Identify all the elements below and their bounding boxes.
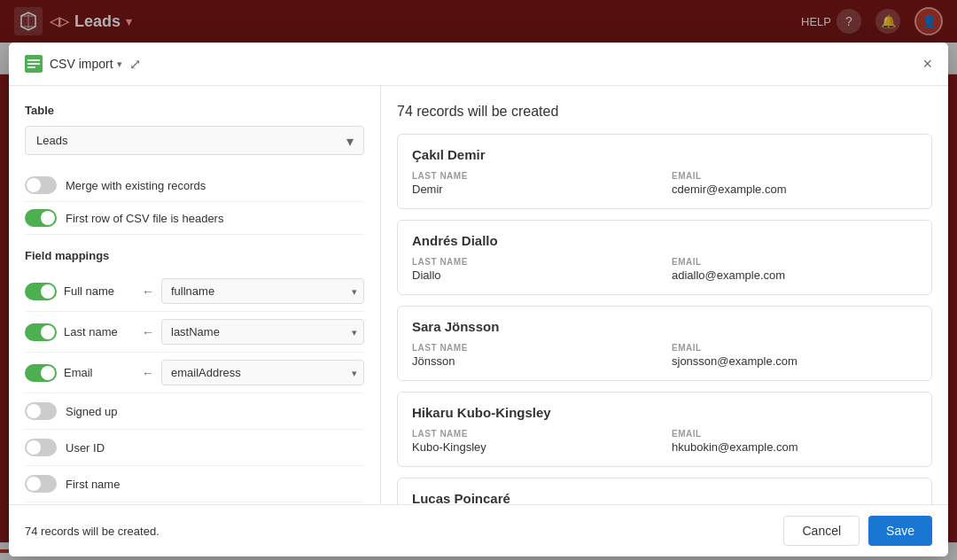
signedup-toggle[interactable]	[25, 402, 57, 420]
fullname-csv-select-wrapper: fullname	[161, 278, 364, 304]
footer-buttons: Cancel Save	[783, 516, 932, 546]
record-lastname-label-3: LAST NAME	[412, 429, 657, 439]
record-card-2[interactable]: Sara Jönsson LAST NAME Jönsson EMAIL sjo…	[397, 306, 932, 381]
lastname-arrow-icon: ←	[142, 325, 154, 339]
userid-toggle[interactable]	[25, 439, 57, 456]
signedup-label: Signed up	[66, 405, 118, 418]
record-email-label-3: EMAIL	[672, 429, 917, 439]
record-lastname-col-2: LAST NAME Jönsson	[412, 343, 657, 368]
modal-title-chevron: ▾	[117, 58, 122, 70]
record-email-value-0: cdemir@example.com	[672, 183, 917, 196]
mapping-row-email: Email ← emailAddress	[25, 353, 364, 393]
email-arrow-icon: ←	[142, 366, 154, 380]
record-name-2: Sara Jönsson	[412, 319, 917, 334]
fullname-csv-select[interactable]: fullname	[161, 278, 364, 304]
modal-title[interactable]: CSV import ▾	[50, 57, 122, 71]
modal-backdrop: CSV import ▾ ⤢ × Table Leads Contacts Ac…	[0, 0, 957, 560]
left-panel: Table Leads Contacts Accounts Merge with…	[9, 86, 381, 504]
record-lastname-value-0: Demir	[412, 183, 657, 196]
record-email-col-2: EMAIL sjonsson@example.com	[672, 343, 917, 368]
userid-row: User ID	[25, 430, 364, 466]
record-email-value-3: hkubokin@example.com	[672, 440, 917, 454]
fullname-field-label: Full name	[64, 284, 135, 298]
lastname-csv-select[interactable]: lastName	[161, 319, 364, 345]
table-dropdown-wrapper: Leads Contacts Accounts	[25, 126, 364, 155]
fullname-arrow-icon: ←	[142, 284, 154, 299]
modal-close-button[interactable]: ×	[922, 56, 932, 72]
record-lastname-label-0: LAST NAME	[412, 171, 657, 181]
record-email-value-1: adiallo@example.com	[672, 268, 917, 282]
record-card-1[interactable]: Andrés Diallo LAST NAME Diallo EMAIL adi…	[397, 220, 932, 295]
table-select[interactable]: Leads Contacts Accounts	[25, 126, 364, 155]
record-name-3: Hikaru Kubo-Kingsley	[412, 405, 917, 420]
first-row-toggle-row: First row of CSV file is headers	[25, 202, 364, 235]
merge-toggle[interactable]	[25, 176, 57, 194]
svg-rect-3	[27, 63, 40, 65]
record-lastname-col-3: LAST NAME Kubo-Kingsley	[412, 429, 657, 454]
mapping-row-lastname: Last name ← lastName	[25, 312, 364, 353]
csv-import-modal: CSV import ▾ ⤢ × Table Leads Contacts Ac…	[9, 43, 948, 556]
record-email-label-1: EMAIL	[672, 257, 917, 267]
mapping-row-fullname: Full name ← fullname	[25, 271, 364, 312]
firstname-toggle[interactable]	[25, 475, 57, 493]
lastname-toggle[interactable]	[25, 323, 57, 341]
record-name-1: Andrés Diallo	[412, 233, 917, 248]
signedup-row: Signed up	[25, 393, 364, 430]
record-email-col-0: EMAIL cdemir@example.com	[672, 171, 917, 196]
first-row-toggle-label: First row of CSV file is headers	[66, 212, 223, 225]
modal-header: CSV import ▾ ⤢ ×	[9, 43, 948, 86]
record-card-3[interactable]: Hikaru Kubo-Kingsley LAST NAME Kubo-King…	[397, 392, 932, 467]
right-panel: 74 records will be created Çakıl Demir L…	[381, 86, 948, 504]
footer-status-text: 74 records will be created.	[25, 525, 160, 538]
record-lastname-col-0: LAST NAME Demir	[412, 171, 657, 196]
record-email-label-2: EMAIL	[672, 343, 917, 353]
record-fields-3: LAST NAME Kubo-Kingsley EMAIL hkubokin@e…	[412, 429, 917, 454]
field-mappings-label: Field mappings	[25, 249, 364, 262]
userid-label: User ID	[66, 441, 105, 455]
merge-toggle-row: Merge with existing records	[25, 169, 364, 202]
save-button[interactable]: Save	[868, 516, 932, 546]
record-card-4[interactable]: Lucas Poincaré	[397, 478, 932, 504]
record-email-col-1: EMAIL adiallo@example.com	[672, 257, 917, 282]
record-card-0[interactable]: Çakıl Demir LAST NAME Demir EMAIL cdemir…	[397, 134, 932, 209]
records-count-header: 74 records will be created	[397, 104, 932, 120]
modal-external-link-icon[interactable]: ⤢	[129, 56, 141, 73]
first-row-toggle[interactable]	[25, 209, 57, 227]
fullname-toggle[interactable]	[25, 283, 57, 300]
record-lastname-col-1: LAST NAME Diallo	[412, 257, 657, 282]
record-fields-1: LAST NAME Diallo EMAIL adiallo@example.c…	[412, 257, 917, 282]
email-csv-select[interactable]: emailAddress	[161, 360, 364, 385]
record-name-0: Çakıl Demir	[412, 147, 917, 162]
csv-icon	[25, 55, 43, 73]
svg-rect-2	[27, 59, 40, 61]
record-fields-2: LAST NAME Jönsson EMAIL sjonsson@example…	[412, 343, 917, 368]
modal-footer: 74 records will be created. Cancel Save	[9, 504, 948, 556]
record-email-label-0: EMAIL	[672, 171, 917, 181]
lastname-field-label: Last name	[64, 325, 135, 338]
record-name-4: Lucas Poincaré	[412, 491, 917, 504]
record-lastname-label-2: LAST NAME	[412, 343, 657, 353]
svg-rect-4	[27, 66, 35, 68]
merge-toggle-label: Merge with existing records	[66, 179, 206, 192]
record-fields-0: LAST NAME Demir EMAIL cdemir@example.com	[412, 171, 917, 196]
email-csv-select-wrapper: emailAddress	[161, 360, 364, 385]
modal-header-left: CSV import ▾ ⤢	[25, 55, 141, 73]
email-field-label: Email	[64, 366, 135, 379]
lastname-csv-select-wrapper: lastName	[161, 319, 364, 345]
record-lastname-label-1: LAST NAME	[412, 257, 657, 267]
record-lastname-value-3: Kubo-Kingsley	[412, 440, 657, 454]
email-toggle[interactable]	[25, 364, 57, 382]
record-lastname-value-2: Jönsson	[412, 354, 657, 368]
record-email-col-3: EMAIL hkubokin@example.com	[672, 429, 917, 454]
table-section-label: Table	[25, 104, 364, 117]
firstname-label: First name	[66, 478, 120, 491]
cancel-button[interactable]: Cancel	[783, 516, 860, 546]
record-lastname-value-1: Diallo	[412, 268, 657, 282]
modal-body: Table Leads Contacts Accounts Merge with…	[9, 86, 948, 504]
firstname-row: First name	[25, 466, 364, 502]
modal-title-text: CSV import	[50, 57, 113, 71]
record-email-value-2: sjonsson@example.com	[672, 354, 917, 368]
